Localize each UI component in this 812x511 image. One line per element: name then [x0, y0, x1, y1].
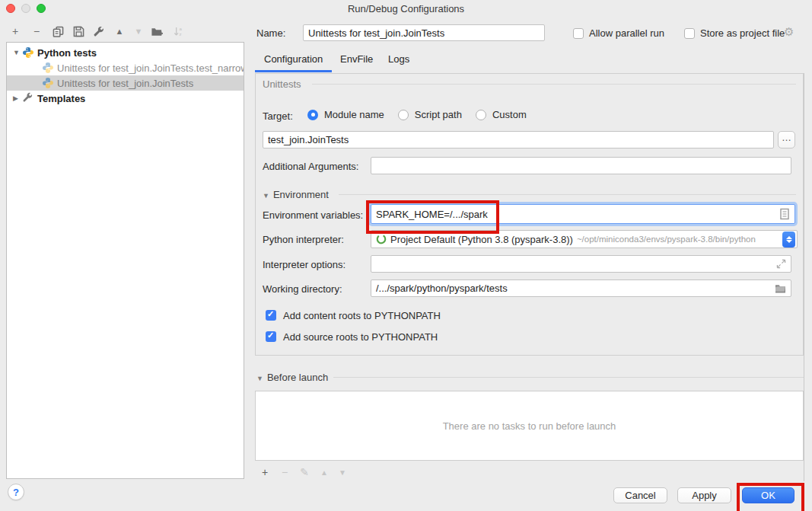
python-interpreter-value: Project Default (Python 3.8 (pyspark-3.8…	[390, 234, 573, 245]
interpreter-options-label: Interpreter options:	[263, 259, 345, 270]
environment-section-header[interactable]: ▼Environment	[263, 189, 329, 200]
allow-parallel-run-checkbox[interactable]	[573, 28, 584, 39]
save-configuration-icon[interactable]	[71, 24, 86, 39]
working-directory-label: Working directory:	[263, 283, 342, 295]
add-source-roots-label: Add source roots to PYTHONPATH	[283, 331, 438, 343]
tree-item-label: Unittests for test_join.JoinTests	[57, 78, 193, 89]
configurations-tree: ▼ Python tests Unittests for test_join.J…	[6, 42, 244, 479]
unittests-group-title: Unittests	[263, 78, 301, 90]
target-module-input[interactable]	[268, 134, 769, 145]
move-task-up-icon: ▲	[317, 465, 331, 479]
help-icon: ?	[13, 487, 19, 498]
before-launch-section-header[interactable]: ▼Before launch	[256, 372, 328, 383]
apply-button[interactable]: Apply	[677, 487, 731, 503]
help-button[interactable]: ?	[8, 484, 24, 500]
edit-task-icon: ✎	[298, 465, 311, 479]
dropdown-stepper-icon[interactable]	[782, 232, 795, 248]
store-as-project-file-label: Store as project file	[700, 27, 785, 39]
active-tab-indicator	[255, 70, 332, 72]
new-folder-icon[interactable]	[149, 24, 164, 39]
expand-field-icon[interactable]	[776, 259, 786, 269]
tree-item-label: Templates	[37, 93, 85, 104]
gear-icon[interactable]: ⚙	[784, 25, 794, 39]
radio-custom[interactable]	[476, 110, 486, 120]
python-interpreter-label: Python interpreter:	[263, 234, 344, 245]
additional-arguments-field[interactable]	[371, 157, 791, 174]
wrench-icon	[22, 92, 34, 104]
before-launch-section-title: Before launch	[267, 372, 328, 383]
python-interpreter-select[interactable]: Project Default (Python 3.8 (pyspark-3.8…	[371, 230, 798, 248]
radio-script-path-label: Script path	[415, 109, 462, 120]
copy-configuration-icon[interactable]	[50, 24, 65, 39]
python-interpreter-path-hint: ~/opt/miniconda3/envs/pyspark-3.8/bin/py…	[577, 235, 756, 244]
browse-variables-icon[interactable]	[779, 208, 790, 220]
name-field[interactable]	[303, 24, 545, 41]
additional-arguments-label: Additional Arguments:	[263, 161, 358, 172]
tree-item-label: Unittests for test_join.JoinTests.test_n…	[57, 62, 244, 74]
radio-module-name-label: Module name	[324, 109, 384, 120]
panel-right-border	[804, 73, 804, 481]
folder-icon[interactable]	[775, 283, 786, 293]
chevron-right-icon[interactable]: ▶	[13, 94, 22, 102]
unittests-group-line	[312, 84, 796, 85]
tab-configuration[interactable]: Configuration	[264, 53, 323, 65]
chevron-down-icon[interactable]: ▼	[13, 49, 22, 56]
before-launch-empty-text: There are no tasks to run before launch	[443, 420, 616, 432]
add-content-roots-label: Add content roots to PYTHONPATH	[283, 310, 441, 321]
target-module-field[interactable]	[263, 131, 774, 149]
edit-defaults-wrench-icon[interactable]	[91, 24, 106, 39]
tab-logs[interactable]: Logs	[388, 53, 409, 65]
radio-custom-label: Custom	[492, 109, 527, 120]
tree-item-python-tests[interactable]: ▼ Python tests	[7, 45, 244, 60]
tab-envfile[interactable]: EnvFile	[340, 53, 373, 65]
add-configuration-icon[interactable]: +	[8, 24, 23, 39]
move-task-down-icon: ▼	[336, 465, 349, 479]
add-content-roots-checkbox[interactable]	[266, 310, 276, 321]
titlebar: Run/Debug Configurations	[0, 0, 812, 17]
radio-script-path[interactable]	[398, 110, 409, 120]
environment-variables-field[interactable]	[371, 204, 795, 224]
allow-parallel-run-label: Allow parallel run	[589, 27, 664, 39]
environment-section-title: Environment	[273, 189, 329, 200]
section-collapse-icon[interactable]: ▼	[263, 192, 269, 200]
section-collapse-icon[interactable]: ▼	[256, 375, 263, 382]
store-as-project-file-checkbox[interactable]	[684, 28, 695, 39]
ok-button[interactable]: OK	[742, 487, 794, 503]
interpreter-options-input[interactable]	[376, 258, 776, 270]
interpreter-options-field[interactable]	[371, 255, 791, 273]
python-icon	[22, 46, 34, 59]
tree-item-unittest-narrow[interactable]: Unittests for test_join.JoinTests.test_n…	[7, 60, 244, 75]
move-up-icon[interactable]: ▲	[112, 24, 127, 39]
tree-item-label: Python tests	[37, 47, 97, 59]
name-label: Name:	[256, 27, 285, 39]
target-label: Target:	[263, 110, 293, 122]
working-directory-field[interactable]	[371, 279, 791, 297]
remove-task-icon: −	[278, 465, 291, 479]
environment-variables-label: Environment variables:	[263, 209, 363, 221]
radio-module-name[interactable]	[307, 110, 318, 120]
sort-configurations-icon: az	[170, 24, 186, 39]
target-radio-group: Module name Script path Custom	[307, 109, 527, 120]
cancel-button[interactable]: Cancel	[613, 487, 667, 503]
before-launch-task-list: There are no tasks to run before launch	[255, 391, 804, 461]
add-source-roots-checkbox[interactable]	[266, 331, 276, 342]
conda-environment-icon	[376, 234, 387, 244]
before-launch-section-line	[333, 377, 804, 378]
tree-item-templates[interactable]: ▶ Templates	[7, 91, 244, 106]
move-down-icon: ▼	[131, 24, 146, 39]
window-title: Run/Debug Configurations	[0, 3, 812, 14]
run-debug-configurations-dialog: Run/Debug Configurations + − ▲ ▼ az ▼ Py…	[0, 0, 812, 511]
svg-text:a: a	[179, 26, 182, 31]
add-task-icon[interactable]: +	[258, 465, 272, 479]
remove-configuration-icon[interactable]: −	[29, 24, 44, 39]
browse-module-button[interactable]: …	[778, 131, 795, 149]
tree-item-unittest-jointests-selected[interactable]: Unittests for test_join.JoinTests	[7, 75, 244, 91]
name-input[interactable]	[308, 27, 540, 39]
working-directory-input[interactable]	[376, 283, 775, 294]
environment-variables-input[interactable]	[376, 209, 779, 220]
ellipsis-icon: …	[782, 132, 791, 143]
additional-arguments-input[interactable]	[376, 160, 786, 171]
python-icon	[42, 77, 54, 89]
python-icon	[42, 62, 54, 74]
environment-section-line	[339, 194, 796, 195]
